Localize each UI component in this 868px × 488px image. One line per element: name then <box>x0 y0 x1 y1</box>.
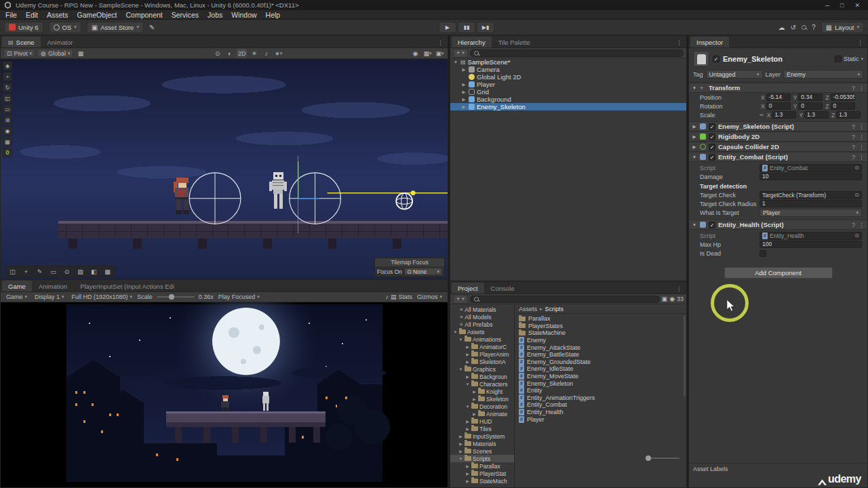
capsule-collider2d-header[interactable]: ▶ ✓ Capsule Collider 2D ? ⋮ <box>689 142 867 152</box>
panel-menu-icon[interactable]: ⋮ <box>437 39 443 46</box>
file-enemy-idlestate[interactable]: Enemy_IdleState <box>515 365 683 373</box>
audio-toggle[interactable]: ♪ <box>261 49 271 58</box>
foldout-closed-icon[interactable]: ▶ <box>465 464 470 468</box>
play-focused-dropdown[interactable]: Play Focused ▾ <box>216 293 262 302</box>
grid-snap-button[interactable]: ▦ <box>75 49 85 58</box>
rotation-z-field[interactable]: 0 <box>831 102 855 110</box>
object-picker-icon[interactable]: ⊙ <box>854 232 859 239</box>
position-x-field[interactable]: -5.14 <box>766 94 791 101</box>
foldout-closed-icon[interactable]: ▶ <box>465 374 470 379</box>
2d-toggle[interactable]: 2D <box>237 49 247 58</box>
breadcrumb-assets[interactable]: Assets <box>519 306 537 312</box>
foldout-closed-icon[interactable]: ▶ <box>472 411 477 416</box>
hierarchy-item-player[interactable]: ▶ Player <box>450 81 686 88</box>
move-tool-button[interactable]: + <box>3 72 12 81</box>
scene-visibility-button[interactable]: ◐ <box>224 49 235 58</box>
menu-window[interactable]: Window <box>231 11 256 19</box>
foldout-closed-icon[interactable]: ▶ <box>465 359 470 364</box>
tilemap-eraser-button[interactable]: ▨ <box>74 267 87 276</box>
scale-z-field[interactable]: 1.3 <box>836 111 861 119</box>
mute-audio-icon[interactable]: ♪ <box>385 293 389 300</box>
menu-assets[interactable]: Assets <box>47 11 68 19</box>
tab-animator[interactable]: Animator <box>41 37 79 47</box>
panel-menu-icon[interactable]: ⋮ <box>676 285 682 292</box>
tree-parallax[interactable]: ▶Parallax <box>450 462 514 470</box>
component-menu-icon[interactable]: ⋮ <box>859 134 865 140</box>
script-object-field[interactable]: Entity_Combat ⊙ <box>760 164 862 172</box>
foldout-closed-icon[interactable]: ▶ <box>458 441 463 446</box>
foldout-closed-icon[interactable]: ▶ <box>692 134 697 140</box>
max-hp-field[interactable]: 100 <box>760 241 862 248</box>
scale-y-field[interactable]: 1.3 <box>804 111 829 119</box>
component-enabled-checkbox[interactable]: ✓ <box>709 154 715 161</box>
file-parallax[interactable]: Parallax <box>515 315 683 323</box>
foldout-closed-icon[interactable]: ▶ <box>472 389 477 394</box>
game-view-menu[interactable]: Game ▾ <box>3 293 30 302</box>
tree-skeleton[interactable]: ▶Skeleton <box>450 395 514 403</box>
foldout-closed-icon[interactable]: ▶ <box>465 471 470 476</box>
hidden-objects-button[interactable]: ◉ <box>410 49 420 58</box>
foldout-open-icon[interactable]: ▼ <box>458 367 463 371</box>
stats-toggle[interactable]: Stats <box>398 293 412 300</box>
foldout-closed-icon[interactable]: ▶ <box>458 434 463 439</box>
foldout-closed-icon[interactable]: ▶ <box>465 344 470 349</box>
foldout-closed-icon[interactable]: ▶ <box>692 124 697 129</box>
pivot-button[interactable]: ⊡ Pivot ▾ <box>3 49 35 58</box>
panel-menu-icon[interactable]: ⋮ <box>676 39 682 46</box>
tree-animate[interactable]: ▶Animate <box>450 410 514 418</box>
hierarchy-item-camera[interactable]: ▶ Camera <box>450 66 686 73</box>
transform-tool-button[interactable]: ⊞ <box>3 115 12 125</box>
tilemap-box-button[interactable]: ▭ <box>47 267 60 276</box>
search-icon[interactable] <box>802 25 806 30</box>
pause-button[interactable]: ▮▮ <box>458 22 475 33</box>
tree-hud[interactable]: ▶HUD <box>450 418 514 425</box>
tree-playeranim[interactable]: ▶PlayerAnim <box>450 350 514 358</box>
file-entity-combat[interactable]: Entity_Combat <box>515 401 683 409</box>
hierarchy-item-global-light[interactable]: Global Light 2D <box>450 73 686 81</box>
foldout-closed-icon[interactable]: ▶ <box>461 97 467 102</box>
foldout-closed-icon[interactable]: ▶ <box>461 82 467 87</box>
hierarchy-item-background[interactable]: ▶ Background <box>450 96 686 103</box>
tilemap-fill-button[interactable]: ◧ <box>87 267 100 276</box>
thumbnail-zoom-slider[interactable] <box>646 458 679 459</box>
menu-component[interactable]: Component <box>125 11 162 19</box>
tree-tiles[interactable]: ▶Tiles <box>450 425 514 432</box>
file-player[interactable]: Player <box>515 415 683 423</box>
scene-canvas[interactable] <box>1 59 448 279</box>
tree-all-prefabs[interactable]: ∗All Prefabs <box>450 321 514 328</box>
tilemap-picker-button[interactable]: ⊙ <box>60 267 73 276</box>
gameobject-thumbnail-icon[interactable] <box>693 51 709 67</box>
object-picker-icon[interactable]: ⊙ <box>854 165 859 171</box>
hierarchy-scene-root[interactable]: ▼ ▤ SampleScene* <box>450 58 686 66</box>
tab-animation[interactable]: Animation <box>33 281 73 291</box>
foldout-open-icon[interactable]: ▼ <box>458 457 463 461</box>
menu-jobs[interactable]: Jobs <box>208 11 222 19</box>
tab-inspector[interactable]: Inspector <box>690 37 729 47</box>
foldout-open-icon[interactable]: ▼ <box>692 85 697 90</box>
target-check-object-field[interactable]: TargetCheck (Transform) ⊙ <box>760 191 862 199</box>
create-asset-button[interactable]: + ▾ <box>453 295 468 304</box>
file-list-scrollbar[interactable] <box>684 315 686 396</box>
component-enabled-checkbox[interactable]: ✓ <box>709 144 715 150</box>
static-dropdown[interactable]: Static ▾ <box>835 56 863 62</box>
scale-tool-button[interactable]: ◱ <box>3 94 12 103</box>
hierarchy-item-grid[interactable]: ▶ Grid <box>450 88 686 96</box>
cloud-icon[interactable]: ☁ <box>778 24 785 31</box>
entity-health-header[interactable]: ▼ ✓ Entity_Health (Script) ? ⋮ <box>689 220 867 230</box>
help-icon[interactable]: ? <box>852 134 855 140</box>
component-enabled-checkbox[interactable]: ✓ <box>709 222 715 228</box>
foldout-open-icon[interactable]: ▼ <box>692 155 697 159</box>
camera-settings-dropdown[interactable]: ▣▾ <box>435 49 445 58</box>
menu-file[interactable]: File <box>5 11 17 19</box>
layer-badge[interactable]: 0 <box>3 148 12 157</box>
scale-x-field[interactable]: 1.3 <box>772 111 796 119</box>
component-enabled-checkbox[interactable]: ✓ <box>709 134 715 140</box>
tree-skeletona[interactable]: ▶SkeletonA <box>450 358 514 365</box>
file-statemachine[interactable]: StateMachine <box>515 329 683 337</box>
tree-decoration[interactable]: ▼Decoration <box>450 403 514 410</box>
file-enemy-movestate[interactable]: Enemy_MoveState <box>515 373 683 380</box>
tab-hierarchy[interactable]: Hierarchy <box>452 37 492 47</box>
foldout-open-icon[interactable]: ▼ <box>465 382 470 386</box>
menu-edit[interactable]: Edit <box>26 11 38 19</box>
rotation-x-field[interactable]: 0 <box>766 102 791 110</box>
